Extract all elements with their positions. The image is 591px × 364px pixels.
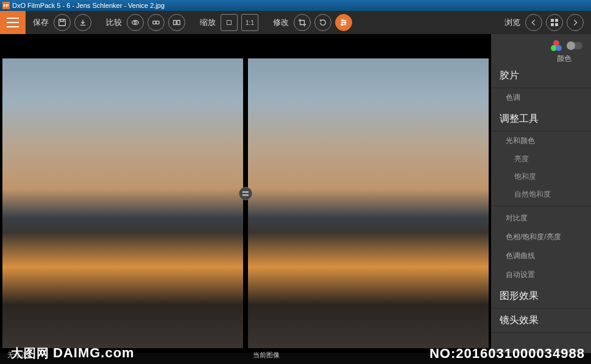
control-brightness[interactable]: 亮度 bbox=[491, 150, 591, 168]
panel-header bbox=[491, 34, 591, 54]
split-handle[interactable] bbox=[239, 187, 252, 200]
window-titlebar: FP DxO FilmPack 5 - 6 - Jens Schlenker -… bbox=[0, 0, 591, 11]
subsection-auto[interactable]: 自动设置 bbox=[491, 265, 591, 284]
svg-point-10 bbox=[341, 24, 343, 26]
original-pane: 无修正 bbox=[0, 34, 246, 353]
split-vertical-button[interactable] bbox=[168, 14, 185, 31]
current-pane: 当前图像 bbox=[246, 34, 491, 353]
right-panel: 颜色 胶片 色调 调整工具 光和颜色 亮度 饱和度 自然饱和度 对比度 色相/饱… bbox=[491, 34, 591, 353]
subsection-curves[interactable]: 色调曲线 bbox=[491, 247, 591, 265]
next-button[interactable] bbox=[567, 14, 584, 31]
panel-toggle[interactable] bbox=[567, 42, 582, 49]
zoom-fit-button[interactable] bbox=[221, 14, 238, 31]
svg-point-9 bbox=[344, 22, 346, 24]
watermark-right: NO:2016031000034988 bbox=[430, 346, 585, 362]
section-film[interactable]: 胶片 bbox=[491, 64, 591, 88]
section-adjust[interactable]: 调整工具 bbox=[491, 107, 591, 131]
svg-point-4 bbox=[156, 21, 159, 24]
svg-rect-6 bbox=[177, 21, 180, 25]
save-button[interactable] bbox=[54, 14, 71, 31]
subsection-hsl[interactable]: 色相/饱和度/亮度 bbox=[491, 228, 591, 247]
svg-point-2 bbox=[134, 21, 136, 24]
subsection-tone[interactable]: 色调 bbox=[491, 88, 591, 107]
svg-rect-15 bbox=[242, 191, 249, 193]
svg-rect-12 bbox=[556, 19, 558, 22]
modify-label: 修改 bbox=[273, 17, 289, 28]
svg-rect-5 bbox=[174, 21, 176, 25]
control-saturation[interactable]: 饱和度 bbox=[491, 168, 591, 186]
app-favicon: FP bbox=[2, 2, 10, 9]
window-title: DxO FilmPack 5 - 6 - Jens Schlenker - Ve… bbox=[12, 2, 165, 9]
original-image[interactable] bbox=[2, 58, 243, 348]
image-viewer: 无修正 当前图像 bbox=[0, 34, 491, 353]
svg-rect-7 bbox=[227, 21, 232, 25]
svg-point-1 bbox=[132, 21, 139, 25]
section-lens[interactable]: 镜头效果 bbox=[491, 309, 591, 333]
svg-rect-16 bbox=[242, 194, 249, 196]
adjustments-button[interactable] bbox=[335, 14, 352, 31]
split-horizontal-button[interactable] bbox=[147, 14, 165, 31]
svg-rect-0 bbox=[59, 19, 66, 26]
zoom-1to1-button[interactable]: 1:1 bbox=[241, 14, 258, 31]
export-button[interactable] bbox=[74, 14, 91, 31]
current-image[interactable] bbox=[248, 58, 489, 348]
main-toolbar: 保存 比较 缩放 1:1 修改 bbox=[0, 11, 591, 34]
crop-button[interactable] bbox=[294, 14, 311, 31]
svg-rect-14 bbox=[556, 24, 558, 26]
grid-button[interactable] bbox=[546, 14, 563, 31]
watermark-left: 大图网 DAIMG.com bbox=[11, 345, 135, 362]
panel-head-label: 颜色 bbox=[491, 54, 591, 64]
svg-point-3 bbox=[153, 21, 156, 24]
section-graphic[interactable]: 图形效果 bbox=[491, 284, 591, 309]
browse-label: 浏览 bbox=[504, 17, 520, 28]
svg-point-8 bbox=[342, 19, 344, 21]
save-label: 保存 bbox=[33, 17, 49, 28]
rotate-button[interactable] bbox=[314, 14, 331, 31]
subsection-light-color[interactable]: 光和颜色 bbox=[491, 131, 591, 150]
main-area: 无修正 当前图像 颜色 胶片 色调 调整工具 光和颜色 亮度 饱和度 自然饱和度… bbox=[0, 34, 591, 353]
menu-button[interactable] bbox=[0, 11, 26, 34]
zoom-label: 缩放 bbox=[200, 17, 216, 28]
preview-button[interactable] bbox=[127, 14, 144, 31]
svg-rect-11 bbox=[551, 19, 554, 22]
svg-rect-13 bbox=[551, 24, 554, 26]
color-icon bbox=[551, 40, 562, 51]
compare-label: 比较 bbox=[106, 17, 122, 28]
subsection-contrast[interactable]: 对比度 bbox=[491, 209, 591, 228]
prev-button[interactable] bbox=[525, 14, 542, 31]
control-vibrance[interactable]: 自然饱和度 bbox=[491, 186, 591, 203]
